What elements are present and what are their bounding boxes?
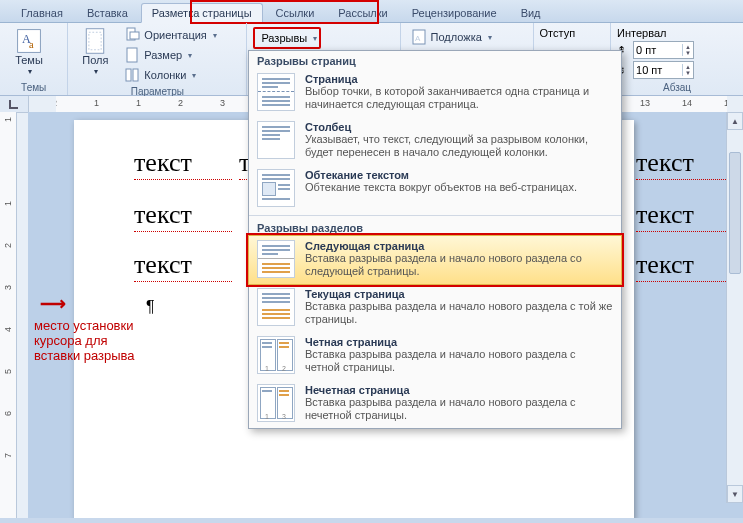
- spacing-label: Интервал: [617, 27, 666, 39]
- scroll-up-button[interactable]: ▲: [727, 112, 743, 130]
- status-bar: [0, 518, 743, 523]
- annotation-text: место установки курсора для вставки разр…: [34, 318, 135, 363]
- tab-home[interactable]: Главная: [10, 3, 74, 22]
- text-wrap-icon: [257, 169, 295, 207]
- svg-text:a: a: [29, 39, 34, 50]
- odd-page-icon: 1 3: [257, 384, 295, 422]
- indent-label: Отступ: [540, 27, 576, 39]
- tab-insert[interactable]: Вставка: [76, 3, 139, 22]
- tab-page-layout[interactable]: Разметка страницы: [141, 3, 263, 23]
- svg-text:A: A: [415, 34, 421, 43]
- tab-view[interactable]: Вид: [510, 3, 552, 22]
- svg-rect-7: [127, 48, 137, 62]
- orientation-button[interactable]: Ориентация▾: [120, 25, 220, 45]
- chevron-down-icon: ▾: [488, 33, 492, 42]
- chevron-down-icon: ▾: [313, 34, 317, 43]
- scroll-down-button[interactable]: ▼: [727, 485, 743, 503]
- chevron-down-icon: ▾: [188, 51, 192, 60]
- spacing-before-input[interactable]: ▲▼: [633, 41, 694, 59]
- breaks-button[interactable]: Разрывы▾: [253, 27, 321, 49]
- watermark-icon: A: [411, 29, 427, 45]
- dd-item-even-page[interactable]: 1 2 Четная страницаВставка разрыва разде…: [249, 332, 621, 380]
- size-button[interactable]: Размер▾: [120, 45, 220, 65]
- doc-text: текст: [636, 148, 694, 178]
- columns-icon: [124, 67, 140, 83]
- margins-icon: [81, 27, 109, 55]
- themes-icon: Aa: [15, 27, 43, 55]
- breaks-dropdown: Разрывы страниц СтраницаВыбор точки, в к…: [248, 50, 622, 429]
- continuous-icon: [257, 288, 295, 326]
- chevron-down-icon: ▾: [94, 66, 98, 77]
- svg-rect-9: [133, 69, 138, 81]
- orientation-icon: [124, 27, 140, 43]
- doc-text: текст: [134, 148, 192, 178]
- scroll-thumb[interactable]: [729, 152, 741, 274]
- margins-button[interactable]: Поля ▾: [74, 25, 116, 77]
- even-page-icon: 1 2: [257, 336, 295, 374]
- group-themes-label: Темы: [6, 81, 61, 95]
- group-paragraph-label: Абзац: [617, 81, 737, 95]
- doc-text: текст: [134, 200, 192, 230]
- column-break-icon: [257, 121, 295, 159]
- dd-item-page[interactable]: СтраницаВыбор точки, в которой заканчива…: [249, 69, 621, 117]
- dd-item-column[interactable]: СтолбецУказывает, что текст, следующий з…: [249, 117, 621, 165]
- next-page-icon: [257, 240, 295, 278]
- dd-section-page-breaks: Разрывы страниц: [249, 51, 621, 69]
- chevron-down-icon: ▾: [213, 31, 217, 40]
- annotation-arrow: ⟶: [40, 293, 66, 315]
- chevron-down-icon: ▾: [28, 66, 32, 77]
- tab-selector-icon: [8, 98, 20, 110]
- doc-text: текст: [636, 250, 694, 280]
- watermark-button[interactable]: A Подложка▾: [407, 27, 496, 47]
- svg-rect-8: [126, 69, 131, 81]
- pilcrow-mark: ¶: [146, 298, 155, 316]
- columns-button[interactable]: Колонки▾: [120, 65, 220, 85]
- themes-button[interactable]: Aa Темы ▾: [6, 25, 52, 77]
- ruler-corner[interactable]: [0, 96, 29, 113]
- vertical-ruler[interactable]: 11234567: [0, 112, 17, 518]
- size-icon: [124, 47, 140, 63]
- margins-label: Поля: [82, 55, 108, 66]
- doc-text: текст: [134, 250, 192, 280]
- dd-item-next-page[interactable]: Следующая страницаВставка разрыва раздел…: [248, 235, 622, 285]
- dd-item-text-wrapping[interactable]: Обтекание текстомОбтекание текста вокруг…: [249, 165, 621, 213]
- svg-rect-6: [130, 32, 139, 39]
- dd-section-section-breaks: Разрывы разделов: [249, 218, 621, 236]
- tab-mailings[interactable]: Рассылки: [327, 3, 398, 22]
- dd-item-odd-page[interactable]: 1 3 Нечетная страницаВставка разрыва раз…: [249, 380, 621, 428]
- doc-text: текст: [636, 200, 694, 230]
- tab-references[interactable]: Ссылки: [265, 3, 326, 22]
- page-break-icon: [257, 73, 295, 111]
- dd-item-continuous[interactable]: Текущая страницаВставка разрыва раздела …: [249, 284, 621, 332]
- themes-label: Темы: [15, 55, 43, 66]
- spacing-after-input[interactable]: ▲▼: [633, 61, 694, 79]
- chevron-down-icon: ▾: [192, 71, 196, 80]
- vertical-scrollbar[interactable]: ▲ ▼: [726, 112, 743, 503]
- tab-review[interactable]: Рецензирование: [401, 3, 508, 22]
